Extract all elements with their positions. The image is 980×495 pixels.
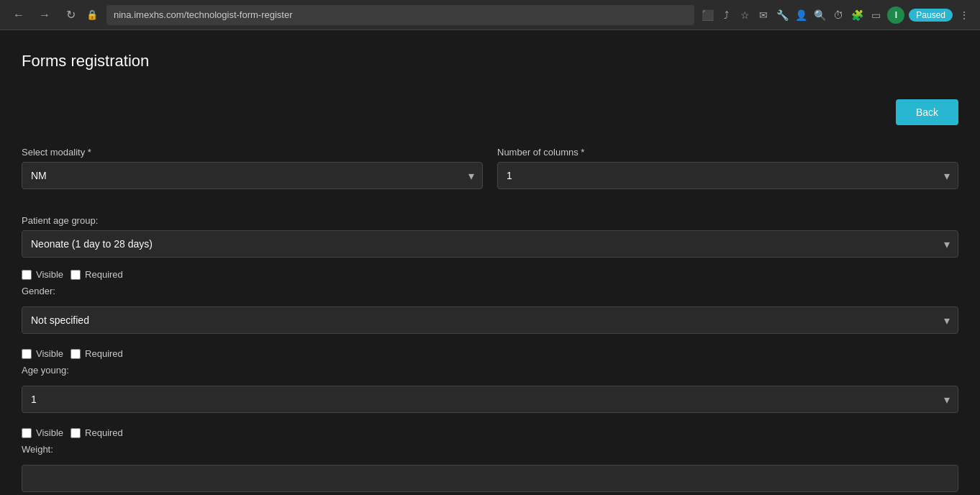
age-young-field-label: Age young: <box>22 365 958 376</box>
browser-bar: ← → ↻ 🔒 ⬛ ⤴ ☆ ✉ 🔧 👤 🔍 ⏱ 🧩 ▭ I Paused ⋮ <box>0 0 980 30</box>
share-icon[interactable]: ⤴ <box>719 8 733 22</box>
extensions-icon[interactable]: 🧩 <box>850 8 864 22</box>
gender-visible-checkbox[interactable] <box>22 270 32 280</box>
weight-required-label: Required <box>85 427 123 438</box>
gender-required-checkbox[interactable] <box>71 270 81 280</box>
zoom-icon[interactable]: 🔍 <box>812 8 827 22</box>
age-young-required-label: Required <box>85 348 123 359</box>
weight-input[interactable] <box>22 465 958 492</box>
weight-field-label: Weight: <box>22 444 958 455</box>
gender-visible-label: Visible <box>36 269 63 280</box>
timer-icon[interactable]: ⏱ <box>831 8 845 22</box>
lock-icon: 🔒 <box>86 9 98 20</box>
back-button[interactable]: Back <box>896 99 958 125</box>
profile-avatar[interactable]: I <box>887 6 904 24</box>
modality-select[interactable]: NM CT MRI X-Ray US <box>22 162 483 189</box>
menu-icon[interactable]: ⋮ <box>957 8 971 22</box>
modality-select-wrapper: NM CT MRI X-Ray US <box>22 162 483 189</box>
modality-label: Select modality * <box>22 147 483 158</box>
extension-icon[interactable]: 🔧 <box>775 8 789 22</box>
email-icon[interactable]: ✉ <box>756 8 771 22</box>
gender-section: Visible Required Gender: Not specified M… <box>22 269 958 334</box>
age-group-select-wrapper: Neonate (1 day to 28 days) Infant Child … <box>22 230 958 258</box>
forward-nav-button[interactable]: → <box>35 5 55 25</box>
gender-field: Gender: Not specified Male Female Other <box>22 286 958 334</box>
age-young-section: Visible Required Age young: 1 2 3 4 5 <box>22 348 958 413</box>
window-icon[interactable]: ▭ <box>868 8 883 22</box>
page-title: Forms registration <box>22 52 958 71</box>
age-group-field: Patient age group: Neonate (1 day to 28 … <box>22 215 958 258</box>
weight-section: Visible Required Weight: <box>22 427 958 492</box>
age-young-select[interactable]: 1 2 3 4 5 <box>22 386 958 413</box>
profile-icon[interactable]: 👤 <box>794 8 808 22</box>
age-young-checkbox-row: Visible Required <box>22 348 958 359</box>
columns-label: Number of columns * <box>497 147 958 158</box>
modality-field: Select modality * NM CT MRI X-Ray US <box>22 147 483 189</box>
page-content: Forms registration Back Select modality … <box>0 30 980 495</box>
gender-checkbox-row: Visible Required <box>22 269 958 280</box>
gender-select-wrapper: Not specified Male Female Other <box>22 306 958 334</box>
columns-field: Number of columns * 1 2 3 4 <box>497 147 958 189</box>
columns-select[interactable]: 1 2 3 4 <box>497 162 958 189</box>
age-young-visible-label: Visible <box>36 348 63 359</box>
age-young-select-wrapper: 1 2 3 4 5 <box>22 386 958 413</box>
weight-visible-label: Visible <box>36 427 63 438</box>
age-young-required-checkbox[interactable] <box>71 349 81 359</box>
gender-required-label: Required <box>85 269 123 280</box>
screenshot-icon[interactable]: ⬛ <box>700 8 714 22</box>
age-young-field: Age young: 1 2 3 4 5 <box>22 365 958 413</box>
bookmark-icon[interactable]: ☆ <box>738 8 752 22</box>
weight-required-checkbox[interactable] <box>71 428 81 438</box>
weight-field: Weight: <box>22 444 958 492</box>
url-bar[interactable] <box>106 5 694 25</box>
paused-label: Paused <box>916 10 945 20</box>
gender-field-label: Gender: <box>22 286 958 296</box>
columns-select-wrapper: 1 2 3 4 <box>497 162 958 189</box>
age-group-select[interactable]: Neonate (1 day to 28 days) Infant Child … <box>22 230 958 258</box>
browser-actions: ⬛ ⤴ ☆ ✉ 🔧 👤 🔍 ⏱ 🧩 ▭ I Paused ⋮ <box>700 6 971 24</box>
back-btn-row: Back <box>22 99 958 125</box>
age-young-visible-checkbox[interactable] <box>22 349 32 359</box>
age-group-label: Patient age group: <box>22 215 958 226</box>
back-nav-button[interactable]: ← <box>9 5 29 25</box>
weight-visible-checkbox[interactable] <box>22 428 32 438</box>
gender-select[interactable]: Not specified Male Female Other <box>22 306 958 334</box>
reload-button[interactable]: ↻ <box>60 5 81 25</box>
paused-badge: Paused <box>909 9 953 22</box>
weight-checkbox-row: Visible Required <box>22 427 958 438</box>
top-form-grid: Select modality * NM CT MRI X-Ray US Num… <box>22 147 958 201</box>
